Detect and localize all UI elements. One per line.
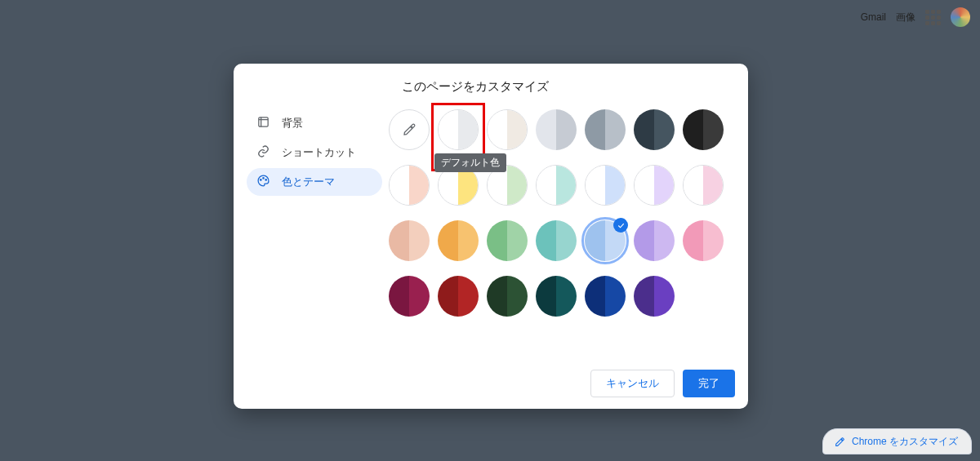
color-swatch[interactable] (585, 276, 626, 317)
color-swatch[interactable] (585, 220, 626, 261)
svg-point-2 (263, 178, 264, 179)
color-swatch[interactable] (438, 220, 479, 261)
swatch-tooltip: デフォルト色 (434, 153, 506, 172)
color-swatch[interactable] (389, 220, 430, 261)
color-swatch[interactable] (487, 109, 528, 150)
color-swatch[interactable] (487, 276, 528, 317)
svg-point-3 (265, 180, 266, 180)
color-swatch-grid (389, 109, 732, 317)
color-swatch[interactable] (683, 109, 724, 150)
svg-rect-0 (259, 117, 268, 126)
color-swatch[interactable] (487, 220, 528, 261)
color-swatch[interactable] (536, 109, 577, 150)
link-icon (256, 144, 270, 161)
sidebar-item-label: 色とテーマ (282, 175, 335, 189)
eyedropper-icon (402, 122, 416, 137)
gmail-link[interactable]: Gmail (861, 11, 886, 23)
customize-chrome-label: Chrome をカスタマイズ (852, 435, 958, 449)
account-avatar[interactable] (951, 7, 970, 27)
color-swatch[interactable] (683, 165, 724, 206)
palette-icon (256, 174, 270, 190)
done-button[interactable]: 完了 (683, 370, 735, 397)
apps-grid-icon[interactable] (925, 10, 941, 25)
color-swatch[interactable] (634, 109, 675, 150)
color-swatch[interactable] (438, 276, 479, 317)
selected-check-icon (613, 218, 628, 233)
dialog-footer: キャンセル 完了 (234, 370, 748, 409)
cancel-button[interactable]: キャンセル (590, 370, 675, 397)
color-swatch[interactable] (634, 165, 675, 206)
color-swatch[interactable] (585, 165, 626, 206)
color-swatch[interactable] (634, 220, 675, 261)
color-swatch[interactable] (683, 220, 724, 261)
images-link[interactable]: 画像 (896, 11, 915, 24)
color-swatch[interactable] (389, 276, 430, 317)
color-swatch[interactable] (536, 276, 577, 317)
color-swatch[interactable] (536, 165, 577, 206)
image-frame-icon (256, 115, 270, 131)
color-swatch[interactable] (536, 220, 577, 261)
color-picker-button[interactable] (389, 109, 430, 150)
sidebar-item-label: 背景 (282, 117, 303, 131)
color-swatch[interactable] (389, 165, 430, 206)
dialog-sidebar: 背景ショートカット色とテーマ (234, 109, 389, 370)
dialog-title: このページをカスタマイズ (402, 79, 748, 95)
color-swatch[interactable] (585, 109, 626, 150)
color-swatch[interactable] (634, 276, 675, 317)
sidebar-item-shortcuts[interactable]: ショートカット (247, 139, 382, 166)
sidebar-item-label: ショートカット (282, 146, 356, 160)
page-header: Gmail 画像 (861, 7, 970, 27)
svg-point-1 (261, 180, 261, 180)
customize-dialog: このページをカスタマイズ 背景ショートカット色とテーマ デフォルト色 キャンセル… (234, 64, 748, 409)
sidebar-item-background[interactable]: 背景 (247, 109, 382, 137)
sidebar-item-color[interactable]: 色とテーマ (247, 168, 382, 196)
color-grid-container: デフォルト色 (389, 109, 748, 370)
color-swatch[interactable] (438, 109, 479, 150)
customize-chrome-button[interactable]: Chrome をカスタマイズ (822, 428, 972, 454)
pencil-icon (835, 437, 845, 447)
